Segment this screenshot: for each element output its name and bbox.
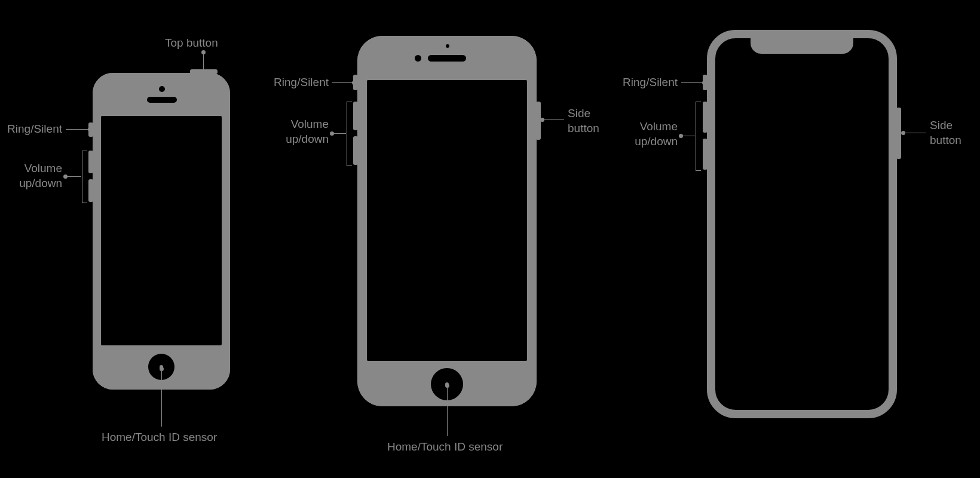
pointer-ring-silent-1 [66,129,90,130]
phone1-speaker [147,97,177,103]
pointer-ring-silent-2 [332,82,354,83]
label-side-button-2: Side button [568,106,599,136]
bracket-volume-3 [696,102,701,171]
phone3-camera [816,42,822,47]
pointer-volume-3 [681,136,695,136]
phone3-side-button [896,108,901,159]
phone2-outline [357,36,537,406]
label-ring-silent-1: Ring/Silent [0,122,62,137]
label-top-button-1: Top button [165,36,218,51]
bracket-volume-2 [347,102,352,166]
label-home-2: Home/Touch ID sensor [387,440,503,455]
pointer-side-button-2 [543,120,564,120]
phone2-speaker [428,55,466,62]
bracket-volume-1 [82,151,87,203]
phone2-sensor-dot [446,44,449,48]
label-volume-2: Volume up/down [267,117,329,146]
pointer-home-1 [161,369,162,427]
label-volume-1: Volume up/down [0,161,62,191]
pointer-top-button-1 [203,53,204,71]
label-volume-3: Volume up/down [615,120,678,149]
pointer-ring-silent-3 [681,82,704,83]
phone1-camera [159,86,165,92]
phone1-outline [93,73,230,390]
pointer-volume-1 [66,176,81,177]
pointer-side-button-3 [904,133,926,133]
label-home-1: Home/Touch ID sensor [102,430,217,445]
pointer-volume-2 [332,133,346,134]
diagram-stage: Top button Ring/Silent Volume up/down Ho… [0,0,980,478]
phone3-outline [707,30,897,418]
label-ring-silent-3: Ring/Silent [615,75,678,90]
label-ring-silent-2: Ring/Silent [267,75,329,90]
pointer-home-2 [447,386,448,436]
label-side-button-3: Side button [930,118,961,148]
phone3-speaker [785,42,811,47]
phone2-camera [415,55,421,62]
